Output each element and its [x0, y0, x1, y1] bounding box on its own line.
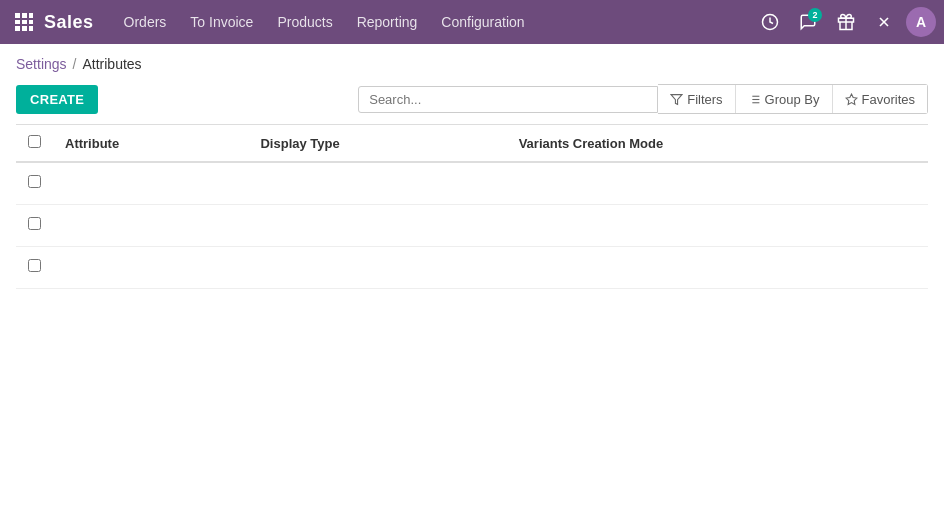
row-checkbox[interactable] [28, 259, 41, 272]
top-menu: Orders To Invoice Products Reporting Con… [114, 8, 754, 36]
breadcrumb-current: Attributes [82, 56, 141, 72]
menu-products[interactable]: Products [267, 8, 342, 36]
search-input[interactable] [358, 86, 658, 113]
svg-rect-0 [15, 13, 20, 18]
menu-reporting[interactable]: Reporting [347, 8, 428, 36]
svg-rect-7 [22, 26, 27, 31]
display-type-column-header: Display Type [248, 125, 506, 163]
filter-icon [670, 93, 683, 106]
create-button[interactable]: CREATE [16, 85, 98, 114]
row-checkbox[interactable] [28, 175, 41, 188]
topnav-icons: 2 A [754, 6, 936, 38]
avatar[interactable]: A [906, 7, 936, 37]
menu-to-invoice[interactable]: To Invoice [180, 8, 263, 36]
favorites-button[interactable]: Favorites [833, 85, 927, 113]
groupby-icon [748, 93, 761, 106]
breadcrumb-separator: / [73, 56, 77, 72]
filter-group: Filters Group By Favorites [658, 84, 928, 114]
row-checkbox[interactable] [28, 217, 41, 230]
select-all-checkbox[interactable] [28, 135, 41, 148]
variants-creation-mode-column-header: Variants Creation Mode [507, 125, 928, 163]
chat-icon[interactable]: 2 [792, 6, 824, 38]
toolbar: CREATE Filters Group By Favor [0, 78, 944, 124]
notification-badge: 2 [808, 8, 822, 22]
table-row [16, 246, 928, 288]
select-all-header [16, 125, 53, 163]
svg-rect-3 [15, 20, 20, 24]
svg-rect-5 [29, 20, 33, 24]
svg-rect-6 [15, 26, 20, 31]
table-row [16, 162, 928, 204]
breadcrumb: Settings / Attributes [0, 44, 944, 78]
clock-icon[interactable] [754, 6, 786, 38]
top-navigation: Sales Orders To Invoice Products Reporti… [0, 0, 944, 44]
breadcrumb-parent[interactable]: Settings [16, 56, 67, 72]
gift-icon[interactable] [830, 6, 862, 38]
attributes-table: Attribute Display Type Variants Creation… [0, 124, 944, 289]
filters-button[interactable]: Filters [658, 85, 735, 113]
table-row [16, 204, 928, 246]
svg-rect-2 [29, 13, 33, 18]
svg-rect-4 [22, 20, 27, 24]
menu-configuration[interactable]: Configuration [431, 8, 534, 36]
close-icon[interactable] [868, 6, 900, 38]
app-name: Sales [44, 12, 94, 33]
grid-menu-icon[interactable] [8, 6, 40, 38]
svg-rect-8 [29, 26, 33, 31]
svg-rect-1 [22, 13, 27, 18]
groupby-button[interactable]: Group By [736, 85, 833, 113]
attribute-column-header: Attribute [53, 125, 248, 163]
star-icon [845, 93, 858, 106]
svg-marker-21 [846, 94, 857, 104]
svg-marker-14 [671, 94, 682, 104]
menu-orders[interactable]: Orders [114, 8, 177, 36]
search-filter-row: Filters Group By Favorites [98, 84, 928, 114]
